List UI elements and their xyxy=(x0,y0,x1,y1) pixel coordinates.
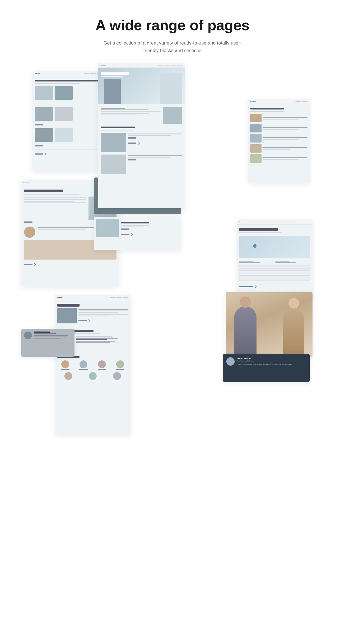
member-name-5 xyxy=(64,381,73,382)
listing-desc-1 xyxy=(128,134,182,134)
blog-subhead xyxy=(250,111,285,112)
hero-title-text xyxy=(101,72,129,75)
member-avatar-4 xyxy=(116,360,124,368)
brand-logo-3: Restancy xyxy=(250,101,294,102)
popular-cta-text xyxy=(121,234,129,235)
card-couple-photo xyxy=(226,292,313,357)
team-member-1 xyxy=(61,360,69,370)
listing-desc-3 xyxy=(128,155,182,156)
listing-desc-2 xyxy=(128,135,171,136)
leslie-text-block: Leslie Alexander San Francisco, Californ… xyxy=(237,357,306,366)
nav-dots-3 xyxy=(295,101,307,102)
article-text-7 xyxy=(263,147,307,148)
team-member-7 xyxy=(113,372,121,382)
contact-submit[interactable] xyxy=(239,286,256,288)
card7-content xyxy=(94,217,181,239)
brand-logo-4: Restancy xyxy=(24,182,97,183)
card-our-story[interactable]: Restancy xyxy=(55,295,130,435)
amanda-quote-1 xyxy=(34,335,68,336)
card-blog[interactable]: Restancy xyxy=(248,99,310,183)
member-avatar-6 xyxy=(89,372,97,380)
story-text-5 xyxy=(78,316,108,316)
listing-cta-text xyxy=(128,143,136,144)
contact-input-1[interactable] xyxy=(239,265,310,267)
contact-sub xyxy=(239,232,282,233)
contact-heading xyxy=(239,228,278,231)
article-text-8 xyxy=(263,149,290,150)
listing-thumb-4 xyxy=(55,107,73,121)
why-item-3 xyxy=(76,339,107,340)
contact-input-3[interactable] xyxy=(239,272,310,274)
amanda-quote-3 xyxy=(34,338,60,339)
article-text-3 xyxy=(263,127,307,128)
submit-text xyxy=(239,286,253,287)
article-text-6 xyxy=(263,139,299,140)
card-hero[interactable]: Restancy xyxy=(98,63,185,208)
page-wrapper: A wide range of pages Get a collection o… xyxy=(0,0,345,644)
leslie-avatar xyxy=(226,357,235,366)
article-row-3 xyxy=(250,134,307,143)
nav-dots-6 xyxy=(298,222,310,222)
popular-price xyxy=(121,228,129,230)
why-item-5 xyxy=(76,342,110,343)
amanda-testimonial-content xyxy=(21,329,74,342)
member-avatar-5 xyxy=(64,372,72,380)
story-img-1 xyxy=(57,308,77,323)
popular-image xyxy=(96,219,119,237)
popular-cta[interactable] xyxy=(121,233,132,235)
listing-price-1 xyxy=(128,137,136,139)
article-thumb-4 xyxy=(250,144,262,153)
person-left xyxy=(234,306,257,357)
brand-logo-2: Restancy xyxy=(101,64,156,66)
member-name-2 xyxy=(79,369,88,370)
listing-row-3 xyxy=(35,128,109,142)
article-thumb-1 xyxy=(250,114,262,122)
leslie-location: San Francisco, California xyxy=(237,360,306,362)
article-thumb-3 xyxy=(250,134,262,143)
submit-arrow xyxy=(253,285,257,288)
story-cta-1[interactable] xyxy=(78,319,90,322)
intro-text-3 xyxy=(101,113,149,114)
intro-image xyxy=(163,107,182,124)
prop-cta[interactable] xyxy=(24,263,36,266)
blog-heading xyxy=(250,108,284,109)
popular-arrow xyxy=(130,233,133,236)
article-row-4 xyxy=(250,144,307,153)
prop-text-4 xyxy=(24,202,86,203)
story-arrow-1 xyxy=(87,319,90,322)
intro-text-1 xyxy=(101,109,149,110)
contact-input-2[interactable] xyxy=(239,269,310,271)
listing-cta[interactable] xyxy=(128,142,139,144)
member-name-4 xyxy=(116,369,124,370)
mock-nav-8: Restancy xyxy=(55,295,130,300)
listing-img-1 xyxy=(101,133,126,152)
card-contact[interactable]: Restancy xyxy=(237,220,313,298)
listing-price-2 xyxy=(128,159,136,160)
mock-nav-6: Restancy xyxy=(237,220,313,225)
article-text-10 xyxy=(263,159,299,160)
story-divider-1 xyxy=(57,326,128,326)
article-text-1 xyxy=(263,117,307,118)
divider-1 xyxy=(35,149,109,150)
card-popular[interactable] xyxy=(94,217,181,250)
property-sub xyxy=(24,194,80,195)
popular-heading xyxy=(121,222,149,223)
person-right xyxy=(283,309,304,357)
mock-cta-1[interactable] xyxy=(35,153,46,155)
phone-label-1 xyxy=(239,261,253,262)
team-member-6 xyxy=(88,372,97,382)
contact-textarea[interactable] xyxy=(239,275,310,281)
listing-thumb-5 xyxy=(35,128,53,142)
card3-content xyxy=(248,104,310,167)
amanda-name xyxy=(34,332,50,333)
listing-heading xyxy=(101,127,135,128)
agent-avatar xyxy=(24,227,35,238)
member-avatar-2 xyxy=(80,360,87,368)
brand-logo-8: Restancy xyxy=(57,297,108,298)
article-thumb-2 xyxy=(250,124,262,132)
story-section-1 xyxy=(57,308,128,323)
story-text-3 xyxy=(78,312,118,313)
article-text-9 xyxy=(263,157,307,158)
listing-img-2 xyxy=(101,155,126,174)
listing-sub xyxy=(101,130,134,130)
